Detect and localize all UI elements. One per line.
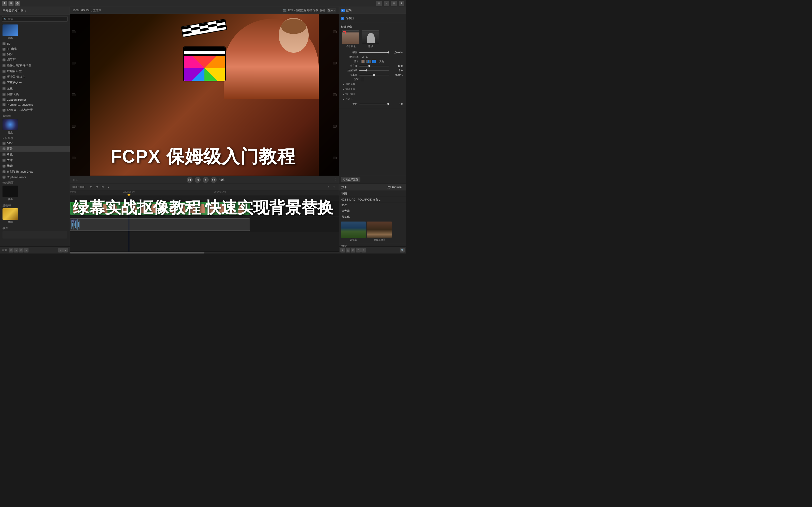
sidebar-item-lower-third[interactable]: ◎ 下三分之一 <box>0 80 70 86</box>
play-fwd-btn[interactable]: ▶▶ <box>211 177 217 183</box>
grid-icon[interactable]: ⊞ <box>376 1 382 6</box>
sidebar-item-360[interactable]: ◎ 360° <box>0 52 70 57</box>
gen-item-360[interactable]: ◎ 360° <box>0 141 70 146</box>
upload-icon[interactable]: ⬆ <box>399 1 404 6</box>
effects-checkbox[interactable]: ✓ <box>341 9 345 12</box>
play-back-btn[interactable]: ◀ <box>195 177 201 183</box>
gen-label-glow: 自制发光...ush Glow <box>7 170 33 174</box>
col-view-btn[interactable]: ⊟ <box>19 248 23 252</box>
skip-back-btn[interactable]: |◀ <box>187 177 193 183</box>
strength-slider[interactable] <box>359 52 389 53</box>
sidebar-item-premium-transitions[interactable]: ◎ Premium...ransitions <box>0 102 70 107</box>
bottom-area: 00:00:00:00 ⊞ ⊟ ⊡ ▾ ↖ ▾ 00:00:0 <box>70 183 406 253</box>
sidebar-item-yakfx[interactable]: ◎ YAKFX - ...冻结效果 <box>0 107 70 113</box>
gen-item-solid[interactable]: ◎ 单色 <box>0 152 70 157</box>
spill-suppress-section[interactable]: 溢出抑制 <box>341 92 404 97</box>
tl-btn-2[interactable]: ⊟ <box>95 185 99 190</box>
reffects-view-3[interactable]: ⊟ <box>351 248 355 252</box>
sidebar-item-buffer[interactable]: ◎ 缓冲器/开场白 <box>0 74 70 80</box>
gen-item-elements2[interactable]: ◎ 元素 <box>0 163 70 169</box>
clock-icon[interactable]: ⏱ <box>15 1 20 6</box>
fill-fill <box>359 66 368 66</box>
fullscreen-icon[interactable]: ⛶ <box>334 178 336 181</box>
cursor-btn[interactable]: ↖ <box>58 248 63 252</box>
fill-value: 10.0 <box>391 65 403 67</box>
sidebar-item-adjust[interactable]: ◎ 调节层 <box>0 57 70 63</box>
zoom-label: 39% <box>320 9 325 12</box>
sidebar-item-3d-movie[interactable]: ◎ 3D 电影 <box>0 46 70 52</box>
greenscreen-clip[interactable]: Greenscreen2 <box>70 202 250 215</box>
gen-item-background[interactable]: ◎ 背景 <box>0 146 70 152</box>
disp-icon-1[interactable] <box>361 60 365 63</box>
reffects-item-keying[interactable]: 抠像 <box>339 243 406 246</box>
reffects-view-1[interactable]: ⊞ <box>340 248 345 252</box>
tl-btn-3[interactable]: ⊡ <box>100 185 105 190</box>
list-icon[interactable]: ≡ <box>384 1 389 6</box>
generators-header[interactable]: ▾ 发生器 <box>0 135 70 141</box>
light-wrap-section[interactable]: 光融合 <box>341 97 404 102</box>
reffects-item-magnify[interactable]: 放大镜 <box>339 208 406 214</box>
fill-slider[interactable] <box>359 66 389 66</box>
reffects-view-5[interactable]: ⊡ <box>361 248 366 252</box>
timeline-scrollbar[interactable] <box>70 251 339 253</box>
keyer-checkbox-row: ✓ 抠像器 <box>341 16 404 21</box>
gen-item-caption-burner2[interactable]: ◎ Caption Burner <box>0 175 70 180</box>
tl-btn-expand[interactable]: ▾ <box>106 185 111 190</box>
back-icon[interactable]: ⬇ <box>2 1 7 6</box>
reffects-item-stylize[interactable]: 风格化 <box>339 214 406 220</box>
sidebar-label-lower-third: 下三分之一 <box>7 81 22 84</box>
display-mode-btn[interactable]: 显示▾ <box>327 8 336 12</box>
sidebar-item-3d[interactable]: ◎ 3D <box>0 41 70 46</box>
sample-prev-btn[interactable]: ◀ <box>362 56 364 58</box>
invert-checkbox[interactable] <box>361 78 364 81</box>
list-view-btn[interactable]: ≡ <box>14 248 18 252</box>
reffects-view-2[interactable]: 🎧 <box>346 248 350 252</box>
audio-clip[interactable]: 胶卷 <box>70 218 250 231</box>
sidebar-item-elements[interactable]: ◎ 元素 <box>0 86 70 92</box>
columns-icon[interactable]: ⊟ <box>391 1 397 6</box>
key-icon[interactable]: ⌘ <box>8 1 13 6</box>
matte-tools-section[interactable]: 遮罩工具 <box>341 87 404 92</box>
expand-btn[interactable]: ▾ <box>24 248 29 252</box>
continuous-section: 连续画面 胶卷 <box>0 180 70 202</box>
tl-btn-1[interactable]: ⊞ <box>89 185 94 190</box>
sample-next-btn[interactable]: ▶ <box>366 56 368 58</box>
reffects-search-btn[interactable]: 🔍 <box>400 248 405 252</box>
sidebar-item-postprod[interactable]: ◎ 后期自习室 <box>0 68 70 74</box>
reffects-item-range[interactable]: 范围 <box>339 191 406 197</box>
reffects-item-360b[interactable]: 360° <box>339 203 406 208</box>
tl-cursor-btn[interactable]: ↖ <box>326 185 331 190</box>
keyer-checkbox[interactable]: ✓ <box>341 17 344 20</box>
sidebar-item-condition[interactable]: ◎ 条件出现/构件消失 <box>0 63 70 68</box>
sidebar-item-caption-burner[interactable]: ◎ Caption Burner <box>0 97 70 102</box>
gen-item-glow[interactable]: ◎ 自制发光...ush Glow <box>0 169 70 175</box>
strength-thumb[interactable] <box>388 51 389 53</box>
fp2 <box>83 205 88 213</box>
edge-dist-slider[interactable] <box>359 70 389 71</box>
reffects-item-simac[interactable]: 022 SIMAC - POLAROID 布鲁... <box>339 197 406 203</box>
spill-thumb[interactable] <box>373 74 375 76</box>
edge-dist-thumb[interactable] <box>365 69 367 71</box>
disp-icon-2[interactable]: 👤 <box>366 60 371 63</box>
arrow-down-btn[interactable]: ▾ <box>63 248 68 252</box>
sidebar-item-credits[interactable]: ◎ 制作人员 <box>0 92 70 97</box>
playhead[interactable] <box>129 196 129 251</box>
rthumb-bright-box <box>367 222 392 238</box>
panel-dropdown-icon[interactable]: ▾ <box>25 10 26 12</box>
search-input[interactable] <box>2 16 68 22</box>
spill-slider[interactable] <box>359 75 389 75</box>
blend-slider[interactable] <box>359 104 389 104</box>
gen-item-glitch[interactable]: ◎ 故障 <box>0 157 70 163</box>
blend-thumb[interactable] <box>388 103 389 105</box>
disp-icon-3[interactable]: 👤 <box>372 60 376 63</box>
reffects-view-4[interactable]: ☰ <box>356 248 361 252</box>
fill-thumb[interactable] <box>368 65 370 67</box>
color-select-section[interactable]: 颜色选择 <box>341 82 404 87</box>
reffects-dropdown[interactable]: 已安装的效果 ▾ <box>387 185 404 189</box>
grid-view-btn[interactable]: ⊞ <box>9 248 13 252</box>
thumb-flower-label: 花朵 <box>8 131 13 134</box>
store-effects-btn[interactable]: 存储效果预置 <box>341 177 360 182</box>
tl-arrow-btn[interactable]: ▾ <box>332 185 337 190</box>
scrollbar-thumb[interactable] <box>70 252 204 253</box>
play-btn[interactable]: ▶ <box>203 177 209 183</box>
